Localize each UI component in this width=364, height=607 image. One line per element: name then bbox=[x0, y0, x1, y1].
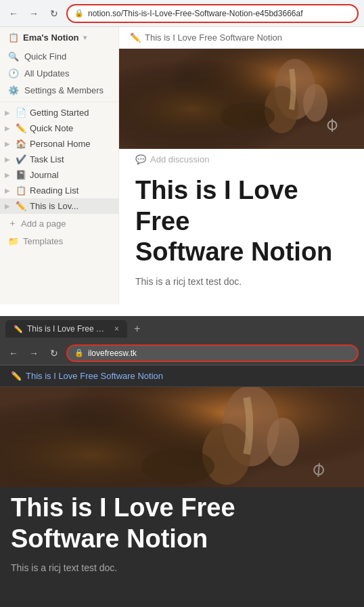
sidebar-item-task-list[interactable]: ▶ ✔️ Task List bbox=[0, 152, 118, 167]
sidebar-item-journal[interactable]: ▶ 📓 Journal bbox=[0, 167, 118, 183]
page-body: This is a ricj text test doc. bbox=[119, 271, 364, 292]
sidebar-label-4: Journal bbox=[30, 170, 113, 180]
expand-arrow-0: ▶ bbox=[3, 109, 12, 116]
sidebar: 📋 Ema's Notion ▾ 🔍 Quick Find 🕐 All Upda… bbox=[0, 27, 119, 305]
sidebar-label-0: Getting Started bbox=[30, 108, 113, 118]
expand-arrow-6: ▶ bbox=[3, 202, 12, 210]
gear-icon: ⚙️ bbox=[8, 85, 19, 95]
bottom-painting-svg bbox=[0, 387, 364, 487]
bottom-tab-active[interactable]: ✏️ This is I Love Free Software No × bbox=[5, 320, 127, 338]
page-icon-0: 📄 bbox=[15, 108, 27, 118]
sidebar-label-2: Personal Home bbox=[30, 139, 113, 149]
workspace-header[interactable]: 📋 Ema's Notion ▾ bbox=[0, 27, 118, 48]
quick-find-action[interactable]: 🔍 Quick Find bbox=[0, 48, 118, 65]
bottom-page-body: This is a ricj text test doc. bbox=[0, 557, 364, 579]
notion-page-header-bar: ✏️ This is I Love Free Software Notion bbox=[119, 27, 364, 49]
templates-label: Templates bbox=[23, 236, 63, 246]
bottom-page-header-icon: ✏️ bbox=[11, 371, 22, 381]
tab-label: This is I Love Free Software No bbox=[27, 324, 108, 334]
bottom-page-title-text: This is I Love FreeSoftware Notion bbox=[11, 493, 235, 553]
sidebar-label-5: Reading List bbox=[30, 185, 113, 196]
painting-art: ⌀ bbox=[119, 49, 364, 149]
notion-main-content: ✏️ This is I Love Free Software Notion bbox=[119, 27, 364, 316]
expand-arrow-5: ▶ bbox=[3, 187, 12, 194]
svg-point-11 bbox=[202, 424, 251, 485]
bottom-address-bar[interactable]: 🔒 ilovefreesw.tk bbox=[66, 344, 359, 362]
page-icon-5: 📋 bbox=[15, 185, 27, 196]
bottom-browser: ✏️ This is I Love Free Software No × + ←… bbox=[0, 316, 364, 607]
expand-arrow-3: ▶ bbox=[3, 156, 12, 163]
add-page-button[interactable]: ＋ Add a page bbox=[0, 214, 118, 233]
reload-button[interactable]: ↻ bbox=[46, 5, 62, 22]
page-icon-2: 🏠 bbox=[15, 139, 27, 149]
bottom-page-header-bar: ✏️ This is I Love Free Software Notion bbox=[0, 365, 364, 387]
forward-button[interactable]: → bbox=[26, 5, 42, 22]
page-header-title: This is I Love Free Software Notion bbox=[145, 32, 282, 43]
page-icon-6: ✏️ bbox=[15, 201, 27, 211]
page-header-icon: ✏️ bbox=[130, 32, 141, 43]
sidebar-label-3: Task List bbox=[30, 154, 113, 164]
sidebar-item-getting-started[interactable]: ▶ 📄 Getting Started bbox=[0, 105, 118, 120]
search-icon: 🔍 bbox=[8, 51, 19, 62]
bottom-url-text: ilovefreesw.tk bbox=[88, 349, 137, 358]
page-icon-4: 📓 bbox=[15, 170, 27, 180]
bottom-forward-button[interactable]: → bbox=[26, 345, 42, 361]
bottom-painting-art: ⌀ bbox=[0, 387, 364, 487]
sidebar-label-6: This is Lov... bbox=[30, 201, 113, 211]
new-tab-button[interactable]: + bbox=[130, 320, 144, 338]
page-icon-1: ✏️ bbox=[15, 123, 27, 133]
sidebar-item-this-is-lov[interactable]: ▶ ✏️ This is Lov... bbox=[0, 198, 118, 214]
svg-point-13 bbox=[141, 449, 214, 485]
page-title: This is I Love FreeSoftware Notion bbox=[119, 170, 364, 271]
templates-icon: 📁 bbox=[8, 236, 19, 246]
workspace-icon: 📋 bbox=[8, 32, 19, 43]
discussion-label: Add discussion bbox=[150, 154, 209, 164]
quick-find-label: Quick Find bbox=[24, 51, 66, 62]
bottom-tab-bar: ✏️ This is I Love Free Software No × + bbox=[0, 317, 364, 341]
bottom-back-button[interactable]: ← bbox=[5, 345, 22, 361]
sidebar-item-personal-home[interactable]: ▶ 🏠 Personal Home bbox=[0, 136, 118, 152]
bottom-page-title: This is I Love FreeSoftware Notion bbox=[0, 487, 364, 557]
discussion-link[interactable]: 💬 Add discussion bbox=[119, 149, 364, 170]
all-updates-label: All Updates bbox=[24, 68, 69, 78]
svg-point-12 bbox=[267, 418, 300, 466]
bottom-nav-bar: ← → ↻ 🔒 ilovefreesw.tk bbox=[0, 341, 364, 365]
discussion-icon: 💬 bbox=[135, 154, 146, 164]
settings-action[interactable]: ⚙️ Settings & Members bbox=[0, 82, 118, 99]
workspace-chevron: ▾ bbox=[83, 34, 87, 41]
browser-bar-top: ← → ↻ 🔒 notion.so/This-is-I-Love-Free-So… bbox=[0, 0, 364, 27]
expand-arrow-1: ▶ bbox=[3, 125, 12, 132]
bottom-reload-button[interactable]: ↻ bbox=[46, 345, 62, 361]
sidebar-divider bbox=[0, 102, 118, 102]
svg-rect-2 bbox=[119, 49, 364, 149]
notion-page-image: ⌀ bbox=[119, 49, 364, 149]
lock-icon-bottom: 🔒 bbox=[74, 349, 84, 357]
bottom-page-header-title: This is I Love Free Software Notion bbox=[26, 371, 163, 381]
sidebar-item-reading-list[interactable]: ▶ 📋 Reading List bbox=[0, 183, 118, 198]
tab-close-button[interactable]: × bbox=[114, 324, 119, 334]
all-updates-action[interactable]: 🕐 All Updates bbox=[0, 65, 118, 82]
workspace-name: Ema's Notion bbox=[23, 32, 79, 43]
notion-content-area: 📋 Ema's Notion ▾ 🔍 Quick Find 🕐 All Upda… bbox=[0, 27, 364, 316]
page-title-text: This is I Love FreeSoftware Notion bbox=[135, 176, 332, 266]
templates-button[interactable]: 📁 Templates bbox=[0, 233, 118, 250]
painting-svg bbox=[119, 49, 364, 149]
sidebar-item-quick-note[interactable]: ▶ ✏️ Quick Note bbox=[0, 120, 118, 136]
clock-icon: 🕐 bbox=[8, 68, 19, 78]
expand-arrow-2: ▶ bbox=[3, 140, 12, 148]
expand-arrow-4: ▶ bbox=[3, 171, 12, 179]
back-button[interactable]: ← bbox=[5, 5, 22, 22]
settings-label: Settings & Members bbox=[24, 85, 104, 95]
plus-icon: ＋ bbox=[8, 217, 17, 229]
svg-point-6 bbox=[221, 103, 275, 130]
url-text-top: notion.so/This-is-I-Love-Free-Software-N… bbox=[88, 9, 303, 18]
add-page-label: Add a page bbox=[21, 219, 66, 229]
lock-icon-top: 🔒 bbox=[74, 9, 84, 18]
page-container: ← → ↻ 🔒 notion.so/This-is-I-Love-Free-So… bbox=[0, 0, 364, 607]
sidebar-label-1: Quick Note bbox=[30, 123, 113, 133]
bottom-page-image: ⌀ bbox=[0, 387, 364, 487]
tab-favicon: ✏️ bbox=[14, 325, 23, 334]
address-bar-top[interactable]: 🔒 notion.so/This-is-I-Love-Free-Software… bbox=[66, 4, 359, 23]
page-icon-3: ✔️ bbox=[15, 154, 27, 164]
